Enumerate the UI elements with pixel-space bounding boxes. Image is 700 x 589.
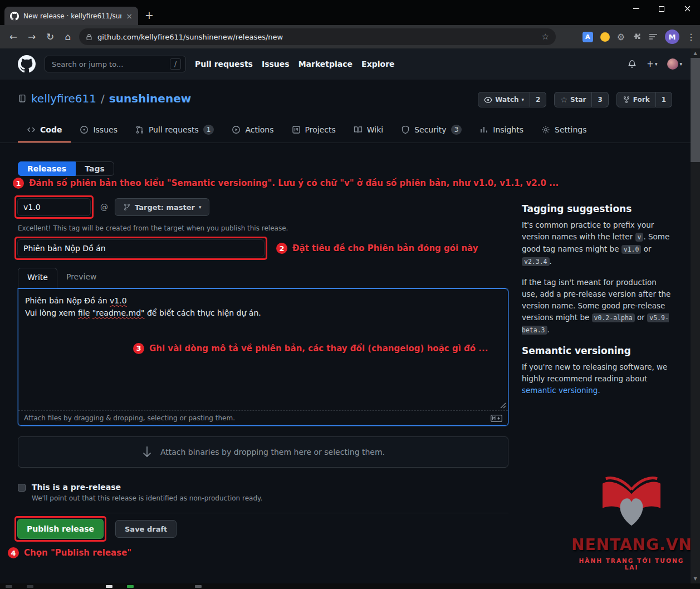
github-logo[interactable] [18, 55, 36, 73]
nav-marketplace[interactable]: Marketplace [298, 60, 353, 68]
tab-close-icon[interactable]: × [126, 12, 133, 20]
annotation-3: 3 Ghi vài dòng mô tả về phiên bản, các t… [133, 342, 488, 355]
lock-icon [86, 33, 92, 41]
annotation-4-text: Chọn "Publish release" [24, 548, 131, 558]
address-bar[interactable]: github.com/kellyfire611/sunshinenew/rele… [79, 28, 556, 45]
prerelease-label[interactable]: This is a pre-release [32, 483, 262, 492]
prerelease-checkbox[interactable] [18, 484, 26, 492]
scrollbar-thumb[interactable] [691, 58, 700, 162]
browser-toolbar: ← → ↻ ⌂ github.com/kellyfire611/sunshine… [0, 25, 700, 48]
tab-projects[interactable]: Projects [283, 117, 345, 143]
notifications-bell-icon[interactable] [628, 60, 637, 68]
issue-icon [80, 125, 89, 134]
attach-binaries-dropzone[interactable]: Attach binaries by dropping them here or… [18, 436, 508, 468]
code-icon [27, 125, 36, 134]
editor-tab-bar: Write Preview [18, 268, 508, 288]
preview-tab[interactable]: Preview [57, 268, 106, 288]
tab-title: New release · kellyfire611/sunshi [23, 12, 121, 20]
attach-files-bar[interactable]: Attach files by dragging & dropping, sel… [18, 410, 508, 425]
bookmark-star-icon[interactable]: ☆ [542, 32, 549, 42]
home-icon[interactable]: ⌂ [61, 31, 75, 43]
graph-icon [479, 125, 488, 134]
taskbar-icon[interactable] [6, 585, 12, 588]
write-tab[interactable]: Write [18, 268, 57, 288]
new-tab-button[interactable]: + [145, 9, 154, 21]
gear-extension-icon[interactable]: ⚙ [617, 32, 625, 42]
close-button[interactable] [674, 0, 700, 17]
repo-name-link[interactable]: sunshinenew [109, 92, 191, 105]
nav-explore[interactable]: Explore [361, 60, 394, 68]
browser-menu-icon[interactable]: ⋮ [687, 32, 696, 42]
github-search-box[interactable]: / [45, 56, 186, 72]
annotation-highlight-publish: Publish release [14, 516, 106, 542]
nav-pull-requests[interactable]: Pull requests [195, 60, 253, 68]
target-branch-button[interactable]: Target: master ▾ [115, 198, 209, 216]
branch-icon [123, 203, 131, 211]
semantic-versioning-link[interactable]: semantic versioning. [522, 386, 600, 395]
url-text: github.com/kellyfire611/sunshinenew/rele… [97, 33, 537, 41]
tab-security[interactable]: Security 3 [392, 117, 471, 143]
annotation-4: 4 Chọn "Publish release" [8, 547, 131, 558]
minimize-button[interactable] [623, 0, 649, 17]
scroll-down-icon[interactable]: ▼ [691, 574, 700, 583]
repo-separator: / [101, 92, 105, 105]
reload-icon[interactable]: ↻ [43, 31, 57, 43]
user-menu[interactable]: ▾ [667, 58, 682, 70]
pull-request-icon [135, 125, 144, 134]
releases-tags-switch: Releases Tags [18, 161, 114, 176]
description-line-2: Vui lòng xem file "readme.md" để biết cá… [25, 307, 501, 319]
fork-count[interactable]: 1 [656, 92, 672, 107]
star-button[interactable]: ☆ Star [554, 92, 592, 107]
description-textarea[interactable]: Phiên bản Nộp Đồ án v1.0 Vui lòng xem fi… [18, 289, 508, 410]
release-sidebar: Tagging suggestions It's common practice… [522, 203, 673, 405]
yellow-extension-icon[interactable] [600, 32, 610, 42]
save-draft-button[interactable]: Save draft [115, 520, 177, 538]
settings-gear-icon [541, 125, 550, 134]
tab-settings[interactable]: Settings [532, 117, 595, 143]
browser-tab[interactable]: New release · kellyfire611/sunshi × [4, 7, 138, 25]
page-scrollbar[interactable]: ▲ ▼ [691, 48, 700, 583]
publish-release-button[interactable]: Publish release [17, 519, 104, 539]
maximize-button[interactable] [649, 0, 674, 17]
taskbar-icon[interactable] [27, 585, 33, 588]
shield-icon [401, 125, 410, 134]
tab-actions[interactable]: Actions [223, 117, 282, 143]
annotation-4-number: 4 [8, 547, 19, 558]
resize-handle-icon[interactable] [500, 403, 506, 409]
watch-button[interactable]: Watch ▾ [478, 92, 530, 107]
taskbar-icon[interactable] [195, 585, 202, 588]
releases-subnav-button[interactable]: Releases [18, 161, 76, 176]
user-avatar[interactable] [667, 58, 678, 70]
taskbar-icon[interactable] [127, 585, 134, 588]
tab-code[interactable]: Code [18, 117, 71, 143]
star-count[interactable]: 3 [592, 92, 608, 107]
taskbar-sliver [0, 583, 700, 589]
tag-version-input[interactable] [17, 198, 91, 216]
nav-issues[interactable]: Issues [262, 60, 290, 68]
repo-breadcrumb: kellyfire611 / sunshinenew [18, 92, 191, 105]
search-input[interactable] [52, 60, 167, 68]
tab-wiki[interactable]: Wiki [345, 117, 392, 143]
tags-subnav-button[interactable]: Tags [76, 161, 114, 176]
tab-insights[interactable]: Insights [471, 117, 532, 143]
create-new-button[interactable]: +▾ [647, 59, 657, 69]
release-title-input[interactable] [17, 239, 265, 257]
tab-pull-requests[interactable]: Pull requests 1 [126, 117, 223, 143]
translate-extension-icon[interactable]: A [582, 32, 593, 42]
back-icon[interactable]: ← [7, 31, 20, 43]
puzzle-extensions-icon[interactable] [632, 32, 642, 42]
markdown-icon[interactable] [491, 415, 502, 422]
sidebar-heading-semver: Semantic versioning [522, 345, 673, 357]
taskbar-icon[interactable] [106, 585, 112, 588]
release-title-row: 2 Đặt tiêu đề cho Phiên bản đóng gói này [14, 237, 478, 260]
repo-owner-link[interactable]: kellyfire611 [31, 92, 96, 105]
actions-icon [232, 125, 241, 134]
browser-profile-avatar[interactable]: M [665, 30, 679, 44]
scroll-up-icon[interactable]: ▲ [691, 48, 700, 58]
tab-issues[interactable]: Issues [71, 117, 126, 143]
reading-list-icon[interactable] [649, 33, 658, 41]
annotation-highlight-title [14, 237, 267, 260]
watch-count[interactable]: 2 [530, 92, 546, 107]
fork-button[interactable]: Fork [616, 92, 656, 107]
forward-icon[interactable]: → [25, 31, 38, 43]
